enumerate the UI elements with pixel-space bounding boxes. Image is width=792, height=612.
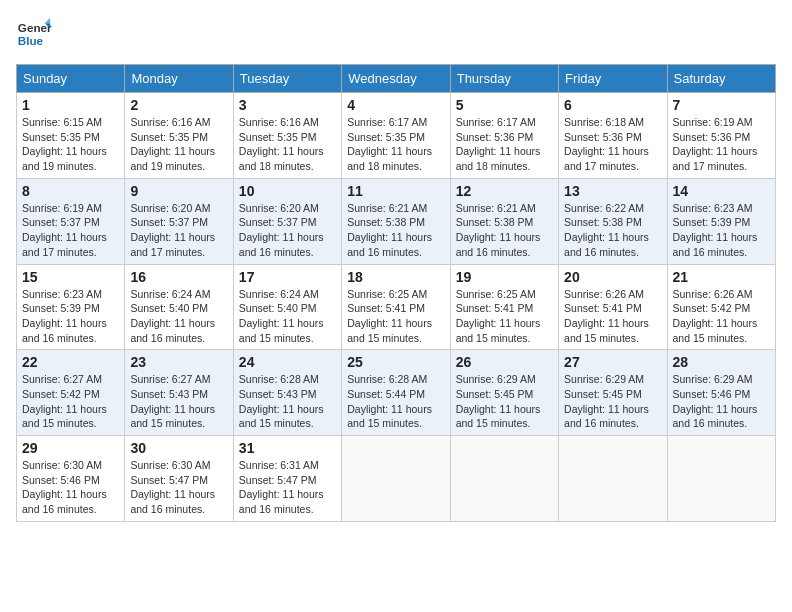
day-info: Sunrise: 6:30 AM Sunset: 5:47 PM Dayligh…	[130, 458, 227, 517]
day-info: Sunrise: 6:28 AM Sunset: 5:43 PM Dayligh…	[239, 372, 336, 431]
calendar-day-17: 17Sunrise: 6:24 AM Sunset: 5:40 PM Dayli…	[233, 264, 341, 350]
calendar-day-21: 21Sunrise: 6:26 AM Sunset: 5:42 PM Dayli…	[667, 264, 775, 350]
day-number: 21	[673, 269, 770, 285]
day-info: Sunrise: 6:31 AM Sunset: 5:47 PM Dayligh…	[239, 458, 336, 517]
day-info: Sunrise: 6:24 AM Sunset: 5:40 PM Dayligh…	[239, 287, 336, 346]
day-number: 8	[22, 183, 119, 199]
day-number: 23	[130, 354, 227, 370]
calendar-day-30: 30Sunrise: 6:30 AM Sunset: 5:47 PM Dayli…	[125, 436, 233, 522]
day-number: 6	[564, 97, 661, 113]
day-number: 3	[239, 97, 336, 113]
calendar-day-16: 16Sunrise: 6:24 AM Sunset: 5:40 PM Dayli…	[125, 264, 233, 350]
day-number: 27	[564, 354, 661, 370]
day-number: 9	[130, 183, 227, 199]
day-number: 20	[564, 269, 661, 285]
header-thursday: Thursday	[450, 65, 558, 93]
day-info: Sunrise: 6:29 AM Sunset: 5:45 PM Dayligh…	[564, 372, 661, 431]
day-info: Sunrise: 6:23 AM Sunset: 5:39 PM Dayligh…	[22, 287, 119, 346]
empty-cell	[342, 436, 450, 522]
calendar-day-7: 7Sunrise: 6:19 AM Sunset: 5:36 PM Daylig…	[667, 93, 775, 179]
calendar-header-row: SundayMondayTuesdayWednesdayThursdayFrid…	[17, 65, 776, 93]
calendar-day-13: 13Sunrise: 6:22 AM Sunset: 5:38 PM Dayli…	[559, 178, 667, 264]
day-info: Sunrise: 6:25 AM Sunset: 5:41 PM Dayligh…	[347, 287, 444, 346]
empty-cell	[559, 436, 667, 522]
day-number: 14	[673, 183, 770, 199]
calendar-day-31: 31Sunrise: 6:31 AM Sunset: 5:47 PM Dayli…	[233, 436, 341, 522]
calendar-week-2: 8Sunrise: 6:19 AM Sunset: 5:37 PM Daylig…	[17, 178, 776, 264]
day-info: Sunrise: 6:28 AM Sunset: 5:44 PM Dayligh…	[347, 372, 444, 431]
day-number: 1	[22, 97, 119, 113]
day-info: Sunrise: 6:17 AM Sunset: 5:35 PM Dayligh…	[347, 115, 444, 174]
calendar-day-3: 3Sunrise: 6:16 AM Sunset: 5:35 PM Daylig…	[233, 93, 341, 179]
day-info: Sunrise: 6:20 AM Sunset: 5:37 PM Dayligh…	[130, 201, 227, 260]
calendar-day-24: 24Sunrise: 6:28 AM Sunset: 5:43 PM Dayli…	[233, 350, 341, 436]
day-number: 2	[130, 97, 227, 113]
header-friday: Friday	[559, 65, 667, 93]
calendar-day-29: 29Sunrise: 6:30 AM Sunset: 5:46 PM Dayli…	[17, 436, 125, 522]
calendar-week-5: 29Sunrise: 6:30 AM Sunset: 5:46 PM Dayli…	[17, 436, 776, 522]
calendar-day-26: 26Sunrise: 6:29 AM Sunset: 5:45 PM Dayli…	[450, 350, 558, 436]
day-info: Sunrise: 6:26 AM Sunset: 5:42 PM Dayligh…	[673, 287, 770, 346]
day-number: 19	[456, 269, 553, 285]
day-info: Sunrise: 6:26 AM Sunset: 5:41 PM Dayligh…	[564, 287, 661, 346]
day-number: 7	[673, 97, 770, 113]
day-number: 13	[564, 183, 661, 199]
day-info: Sunrise: 6:24 AM Sunset: 5:40 PM Dayligh…	[130, 287, 227, 346]
calendar-week-1: 1Sunrise: 6:15 AM Sunset: 5:35 PM Daylig…	[17, 93, 776, 179]
day-number: 28	[673, 354, 770, 370]
empty-cell	[667, 436, 775, 522]
day-info: Sunrise: 6:29 AM Sunset: 5:46 PM Dayligh…	[673, 372, 770, 431]
day-number: 10	[239, 183, 336, 199]
calendar-day-10: 10Sunrise: 6:20 AM Sunset: 5:37 PM Dayli…	[233, 178, 341, 264]
day-info: Sunrise: 6:18 AM Sunset: 5:36 PM Dayligh…	[564, 115, 661, 174]
day-info: Sunrise: 6:27 AM Sunset: 5:43 PM Dayligh…	[130, 372, 227, 431]
calendar-day-23: 23Sunrise: 6:27 AM Sunset: 5:43 PM Dayli…	[125, 350, 233, 436]
calendar-day-2: 2Sunrise: 6:16 AM Sunset: 5:35 PM Daylig…	[125, 93, 233, 179]
day-number: 18	[347, 269, 444, 285]
day-number: 4	[347, 97, 444, 113]
calendar-day-8: 8Sunrise: 6:19 AM Sunset: 5:37 PM Daylig…	[17, 178, 125, 264]
calendar-day-6: 6Sunrise: 6:18 AM Sunset: 5:36 PM Daylig…	[559, 93, 667, 179]
empty-cell	[450, 436, 558, 522]
day-number: 26	[456, 354, 553, 370]
day-info: Sunrise: 6:30 AM Sunset: 5:46 PM Dayligh…	[22, 458, 119, 517]
day-info: Sunrise: 6:23 AM Sunset: 5:39 PM Dayligh…	[673, 201, 770, 260]
header-sunday: Sunday	[17, 65, 125, 93]
day-info: Sunrise: 6:29 AM Sunset: 5:45 PM Dayligh…	[456, 372, 553, 431]
calendar-day-15: 15Sunrise: 6:23 AM Sunset: 5:39 PM Dayli…	[17, 264, 125, 350]
day-info: Sunrise: 6:21 AM Sunset: 5:38 PM Dayligh…	[347, 201, 444, 260]
day-info: Sunrise: 6:17 AM Sunset: 5:36 PM Dayligh…	[456, 115, 553, 174]
calendar-day-9: 9Sunrise: 6:20 AM Sunset: 5:37 PM Daylig…	[125, 178, 233, 264]
calendar-day-11: 11Sunrise: 6:21 AM Sunset: 5:38 PM Dayli…	[342, 178, 450, 264]
calendar-day-27: 27Sunrise: 6:29 AM Sunset: 5:45 PM Dayli…	[559, 350, 667, 436]
calendar-day-1: 1Sunrise: 6:15 AM Sunset: 5:35 PM Daylig…	[17, 93, 125, 179]
day-info: Sunrise: 6:22 AM Sunset: 5:38 PM Dayligh…	[564, 201, 661, 260]
svg-text:Blue: Blue	[18, 34, 44, 47]
calendar-day-12: 12Sunrise: 6:21 AM Sunset: 5:38 PM Dayli…	[450, 178, 558, 264]
calendar-day-18: 18Sunrise: 6:25 AM Sunset: 5:41 PM Dayli…	[342, 264, 450, 350]
calendar-day-5: 5Sunrise: 6:17 AM Sunset: 5:36 PM Daylig…	[450, 93, 558, 179]
header-wednesday: Wednesday	[342, 65, 450, 93]
calendar-day-14: 14Sunrise: 6:23 AM Sunset: 5:39 PM Dayli…	[667, 178, 775, 264]
day-number: 5	[456, 97, 553, 113]
day-number: 16	[130, 269, 227, 285]
day-number: 11	[347, 183, 444, 199]
header-monday: Monday	[125, 65, 233, 93]
day-info: Sunrise: 6:19 AM Sunset: 5:37 PM Dayligh…	[22, 201, 119, 260]
calendar-day-4: 4Sunrise: 6:17 AM Sunset: 5:35 PM Daylig…	[342, 93, 450, 179]
day-info: Sunrise: 6:15 AM Sunset: 5:35 PM Dayligh…	[22, 115, 119, 174]
calendar-day-28: 28Sunrise: 6:29 AM Sunset: 5:46 PM Dayli…	[667, 350, 775, 436]
logo: General Blue	[16, 16, 52, 52]
header-saturday: Saturday	[667, 65, 775, 93]
day-number: 25	[347, 354, 444, 370]
day-info: Sunrise: 6:19 AM Sunset: 5:36 PM Dayligh…	[673, 115, 770, 174]
logo-icon: General Blue	[16, 16, 52, 52]
calendar-week-3: 15Sunrise: 6:23 AM Sunset: 5:39 PM Dayli…	[17, 264, 776, 350]
calendar-week-4: 22Sunrise: 6:27 AM Sunset: 5:42 PM Dayli…	[17, 350, 776, 436]
day-info: Sunrise: 6:25 AM Sunset: 5:41 PM Dayligh…	[456, 287, 553, 346]
day-number: 15	[22, 269, 119, 285]
day-number: 22	[22, 354, 119, 370]
day-number: 29	[22, 440, 119, 456]
day-info: Sunrise: 6:21 AM Sunset: 5:38 PM Dayligh…	[456, 201, 553, 260]
day-number: 24	[239, 354, 336, 370]
